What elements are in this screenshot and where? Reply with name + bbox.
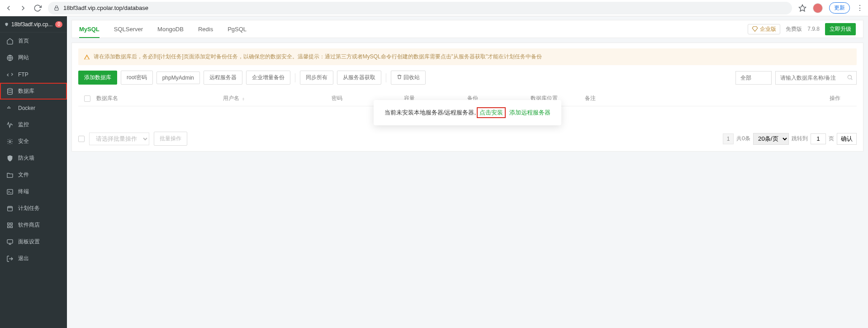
remote-server-button[interactable]: 远程服务器	[204, 71, 242, 85]
update-button[interactable]: 更新	[829, 2, 850, 14]
sidebar-item-ftp[interactable]: FTP	[0, 66, 67, 83]
jump-ok-button[interactable]: 确认	[837, 133, 857, 145]
svg-point-3	[8, 88, 13, 90]
sidebar-item-terminal[interactable]: 终端	[0, 183, 67, 200]
sidebar-item-label: 数据库	[18, 87, 34, 95]
search-icon[interactable]	[847, 74, 853, 81]
root-pwd-button[interactable]: root密码	[121, 71, 153, 85]
add-remote-link[interactable]: 添加远程服务器	[509, 109, 550, 117]
sidebar-item-logout[interactable]: 退出	[0, 250, 67, 267]
upgrade-button[interactable]: 立即升级	[825, 23, 856, 35]
sidebar-item-label: 终端	[18, 188, 29, 195]
batch-button[interactable]: 批量操作	[154, 132, 187, 146]
tab-label: PgSQL	[228, 26, 247, 33]
security-icon	[6, 138, 14, 145]
address-bar[interactable]: 18bf3adf.vip.cpolar.top/database	[48, 2, 792, 14]
ftp-icon	[6, 71, 14, 78]
sidebar-item-label: 首页	[18, 37, 29, 45]
svg-rect-7	[9, 106, 9, 107]
sidebar-item-label: 防火墙	[18, 154, 34, 162]
sidebar-item-label: 计划任务	[18, 204, 40, 212]
search-box	[775, 71, 857, 85]
svg-rect-12	[10, 223, 12, 224]
forward-icon[interactable]	[19, 4, 27, 12]
sidebar-item-label: 面板设置	[18, 238, 40, 246]
col-user[interactable]: 用户名	[223, 95, 332, 102]
sidebar-item-apps[interactable]: 软件商店	[0, 217, 67, 233]
logout-icon	[6, 255, 14, 262]
enterprise-badge[interactable]: 企业版	[748, 24, 780, 34]
tab-redis[interactable]: Redis	[198, 20, 213, 38]
add-db-button[interactable]: 添加数据库	[78, 71, 117, 85]
alert-banner: 请在添加数据库后，务必到[计划任务]页面添加定时备份任务，以确保您的数据安全。温…	[78, 48, 857, 65]
install-popup: 当前未安装本地服务器/远程服务器, 点击安装 添加远程服务器	[374, 100, 561, 125]
sidebar-item-files[interactable]: 文件	[0, 166, 67, 183]
settings-icon	[6, 238, 14, 246]
monitor-icon	[6, 121, 14, 128]
col-op: 操作	[830, 95, 857, 102]
sidebar-item-database[interactable]: 数据库	[0, 83, 67, 100]
trash-icon	[397, 74, 402, 80]
alert-cron-link[interactable]: 计划任务	[160, 53, 182, 60]
sidebar-host[interactable]: 18bf3adf.vip.cp... 0	[0, 16, 67, 33]
sidebar-item-label: 安全	[18, 138, 29, 145]
search-input[interactable]	[775, 71, 857, 85]
col-name[interactable]: 数据库名	[96, 95, 223, 102]
footer-checkbox[interactable]	[78, 136, 85, 142]
batch-select[interactable]: 请选择批量操作	[89, 133, 149, 145]
url-text: 18bf3adf.vip.cpolar.top/database	[63, 5, 148, 11]
table-footer: 请选择批量操作 批量操作 1 共0条 20条/页 跳转到 页 确认	[78, 132, 857, 146]
page-total: 共0条	[736, 135, 750, 143]
tab-sqlserver[interactable]: SQLServer	[114, 20, 143, 38]
tab-label: MongoDB	[157, 26, 184, 33]
lock-icon	[53, 5, 60, 11]
empty-state: 当前未安装本地服务器/远程服务器, 点击安装 添加远程服务器 数据库列表为空	[78, 106, 857, 124]
inc-backup-button[interactable]: 企业增量备份	[246, 71, 290, 85]
svg-rect-6	[9, 107, 10, 108]
tab-mysql[interactable]: MySQL	[79, 20, 100, 38]
db-table: 数据库名 用户名 密码 容量 备份 数据库位置 备注 操作 当前未安装本地服务器…	[78, 91, 857, 124]
select-all-checkbox[interactable]	[84, 95, 90, 102]
reload-icon[interactable]	[33, 4, 42, 12]
alert-text: 请在添加数据库后，务必到[计划任务]页面添加定时备份任务，以确保您的数据安全。温…	[94, 53, 542, 61]
trash-button[interactable]: 回收站	[391, 71, 426, 85]
sidebar-item-monitor[interactable]: 监控	[0, 116, 67, 133]
back-icon[interactable]	[5, 4, 13, 12]
svg-rect-14	[10, 226, 12, 228]
globe-icon	[6, 54, 14, 62]
pma-button[interactable]: phpMyAdmin	[157, 71, 200, 84]
sidebar-item-label: 文件	[18, 171, 29, 179]
sidebar-item-site[interactable]: 网站	[0, 49, 67, 66]
host-text: 18bf3adf.vip.cp...	[11, 21, 52, 28]
apps-icon	[6, 222, 14, 229]
sidebar-item-home[interactable]: 首页	[0, 33, 67, 49]
docker-icon	[6, 105, 14, 112]
avatar[interactable]	[813, 3, 823, 13]
svg-rect-5	[9, 107, 9, 108]
svg-rect-9	[7, 189, 13, 194]
sidebar-item-security[interactable]: 安全	[0, 133, 67, 150]
sidebar-item-settings[interactable]: 面板设置	[0, 233, 67, 250]
page-current[interactable]: 1	[723, 133, 734, 144]
shield-icon	[5, 21, 9, 28]
page-size-select[interactable]: 20条/页	[753, 133, 789, 145]
svg-rect-15	[7, 239, 13, 243]
install-link[interactable]: 点击安装	[477, 107, 506, 118]
filter-select[interactable]: 全部	[735, 71, 772, 85]
popup-msg: 当前未安装本地服务器/远程服务器,	[384, 109, 476, 117]
sidebar-item-docker[interactable]: Docker	[0, 100, 67, 116]
jump-input[interactable]	[811, 133, 826, 144]
star-icon[interactable]	[798, 4, 806, 12]
tab-label: MySQL	[79, 26, 100, 33]
sidebar-item-cron[interactable]: 计划任务	[0, 200, 67, 217]
sidebar-item-firewall[interactable]: 防火墙	[0, 150, 67, 166]
tab-pgsql[interactable]: PgSQL	[228, 20, 247, 38]
terminal-icon	[6, 188, 14, 195]
fetch-button[interactable]: 从服务器获取	[337, 71, 381, 85]
tab-mongodb[interactable]: MongoDB	[157, 20, 184, 38]
menu-icon[interactable]: ⋮	[856, 4, 863, 12]
sync-all-button[interactable]: 同步所有	[300, 71, 333, 85]
svg-rect-11	[8, 223, 9, 224]
content-card: 请在添加数据库后，务必到[计划任务]页面添加定时备份任务，以确保您的数据安全。温…	[71, 43, 863, 152]
host-badge: 0	[55, 21, 62, 28]
